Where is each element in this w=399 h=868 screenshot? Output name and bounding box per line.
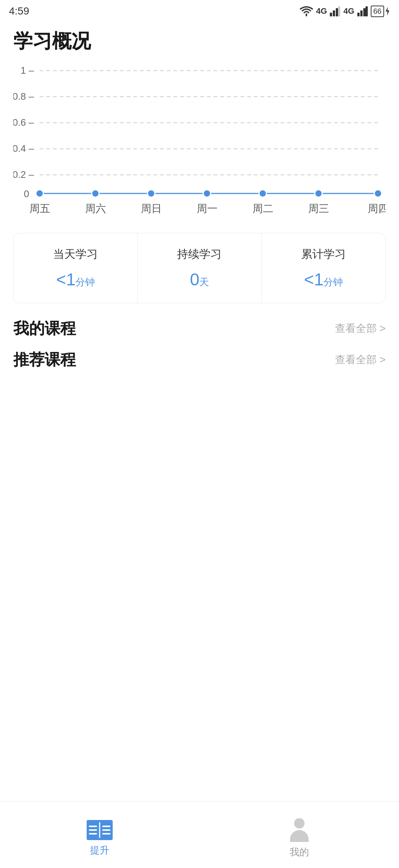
status-bar: 4:59 4G 4G 66 — [0, 0, 399, 21]
recommended-courses-link[interactable]: 查看全部 > — [335, 353, 386, 367]
y-label-08: 0.8 – — [13, 91, 34, 102]
svg-point-21 — [374, 190, 382, 197]
book-right — [102, 826, 110, 835]
svg-rect-5 — [360, 10, 363, 16]
person-head — [294, 818, 305, 829]
nav-label-wode: 我的 — [290, 846, 309, 859]
stat-daily-label: 当天学习 — [21, 247, 130, 262]
svg-point-15 — [36, 190, 44, 197]
svg-point-19 — [259, 190, 267, 197]
svg-rect-3 — [338, 6, 340, 16]
signal-4g-1: 4G — [316, 6, 327, 16]
book-line-4 — [102, 826, 110, 827]
status-icons: 4G 4G 66 — [300, 6, 390, 17]
signal-bars-1 — [330, 6, 340, 16]
nav-item-tisheng[interactable]: 提升 — [0, 813, 200, 857]
stat-daily: 当天学习 <1分钟 — [14, 233, 138, 303]
book-line-5 — [102, 829, 110, 831]
y-label-02: 0.2 – — [13, 169, 34, 180]
charging-icon — [385, 7, 390, 16]
page-content: 学习概况 1 – 0.8 – 0.6 – 0.4 – 0.2 – 0 — [0, 21, 399, 370]
book-line-2 — [89, 829, 97, 831]
svg-rect-6 — [363, 8, 366, 16]
battery-level: 66 — [373, 7, 382, 16]
person-body — [290, 830, 309, 842]
stat-daily-unit: 分钟 — [75, 276, 95, 288]
svg-rect-0 — [330, 13, 332, 16]
wifi-icon — [300, 6, 313, 16]
stats-card: 当天学习 <1分钟 持续学习 0天 累计学习 <1分钟 — [13, 233, 386, 303]
recommended-courses-row: 推荐课程 查看全部 > — [13, 349, 386, 370]
x-label-thu: 周四 — [368, 203, 386, 214]
recommended-courses-title: 推荐课程 — [13, 349, 76, 370]
stat-streak-value: 0天 — [145, 269, 254, 289]
signal-4g-2: 4G — [343, 6, 354, 16]
book-left — [89, 826, 97, 835]
battery-indicator: 66 — [371, 6, 390, 17]
book-icon — [87, 820, 113, 840]
y-label-0: 0 — [24, 188, 29, 199]
stat-streak: 持续学习 0天 — [138, 233, 261, 303]
svg-rect-1 — [333, 10, 335, 16]
book-lines — [89, 826, 110, 835]
stat-total-label: 累计学习 — [269, 247, 378, 262]
y-label-1: 1 – — [20, 65, 34, 76]
battery-box: 66 — [371, 6, 384, 17]
stat-total-unit: 分钟 — [324, 276, 343, 288]
learning-chart: 1 – 0.8 – 0.6 – 0.4 – 0.2 – 0 — [13, 63, 386, 220]
status-time: 4:59 — [9, 5, 29, 17]
x-label-mon: 周一 — [197, 203, 218, 214]
svg-point-16 — [92, 190, 99, 197]
page-title: 学习概况 — [13, 28, 386, 54]
nav-label-tisheng: 提升 — [90, 844, 109, 857]
svg-rect-2 — [336, 8, 338, 16]
stat-streak-label: 持续学习 — [145, 247, 254, 262]
x-label-sat: 周六 — [85, 203, 106, 214]
stat-daily-value: <1分钟 — [21, 269, 130, 289]
book-line-3 — [89, 833, 97, 835]
signal-bars-2 — [357, 6, 368, 16]
stat-total-value: <1分钟 — [269, 269, 378, 289]
y-label-06: 0.6 – — [13, 117, 34, 128]
my-courses-title: 我的课程 — [13, 318, 76, 339]
x-label-tue: 周二 — [252, 203, 273, 214]
svg-point-17 — [148, 190, 155, 197]
stat-streak-unit: 天 — [199, 276, 209, 288]
x-label-wed: 周三 — [308, 203, 329, 214]
y-label-04: 0.4 – — [13, 143, 34, 154]
svg-point-20 — [315, 190, 322, 197]
book-line-1 — [89, 826, 97, 827]
person-icon — [288, 818, 310, 842]
svg-rect-7 — [366, 6, 368, 16]
book-line-6 — [102, 833, 110, 835]
nav-item-wode[interactable]: 我的 — [200, 811, 399, 859]
stat-total: 累计学习 <1分钟 — [262, 233, 385, 303]
bottom-nav: 提升 我的 — [0, 801, 399, 868]
chart-container: 1 – 0.8 – 0.6 – 0.4 – 0.2 – 0 — [13, 63, 386, 221]
my-courses-link[interactable]: 查看全部 > — [335, 321, 386, 336]
my-courses-row: 我的课程 查看全部 > — [13, 318, 386, 339]
svg-rect-4 — [357, 13, 360, 16]
x-label-sun: 周日 — [141, 203, 162, 214]
svg-marker-8 — [386, 7, 389, 16]
x-label-fri: 周五 — [29, 203, 50, 214]
svg-point-18 — [203, 190, 211, 197]
